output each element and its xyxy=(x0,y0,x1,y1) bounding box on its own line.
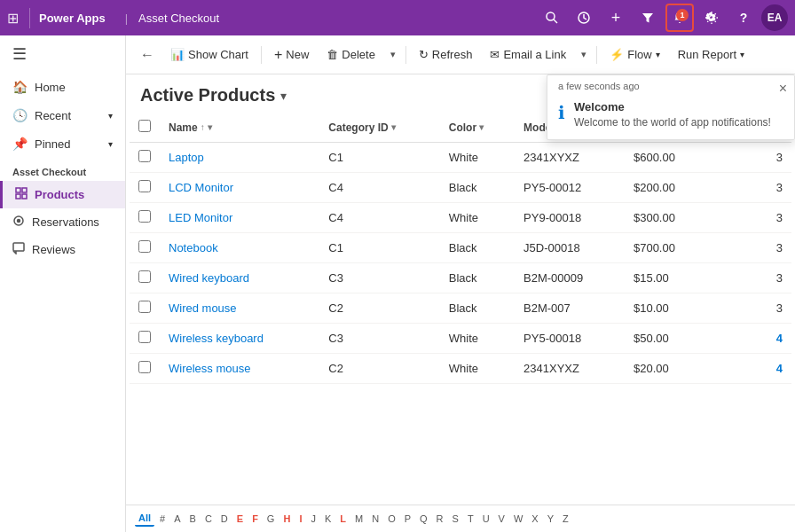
category-filter-icon[interactable]: ▾ xyxy=(391,122,396,132)
search-icon-btn[interactable] xyxy=(538,4,566,32)
product-link[interactable]: Wired mouse xyxy=(169,301,237,315)
notification-icon-btn[interactable]: 1 xyxy=(665,4,694,32)
run-report-button[interactable]: Run Report ▾ xyxy=(671,44,752,65)
color-filter-icon[interactable]: ▾ xyxy=(479,122,484,132)
alpha-btn-p[interactable]: P xyxy=(401,512,414,526)
row-checkbox[interactable] xyxy=(138,270,151,283)
new-button[interactable]: + New xyxy=(267,43,316,66)
notification-close-button[interactable]: × xyxy=(779,81,787,97)
row-checkbox[interactable] xyxy=(138,180,151,192)
sidebar-item-products[interactable]: Products xyxy=(0,181,125,208)
row-checkbox[interactable] xyxy=(138,240,151,253)
row-name-cell: LCD Monitor xyxy=(160,173,319,203)
alpha-btn-o[interactable]: O xyxy=(384,512,399,526)
alpha-btn-a[interactable]: A xyxy=(170,512,184,526)
alpha-btn-l[interactable]: L xyxy=(336,512,350,526)
alpha-btn-r[interactable]: R xyxy=(433,512,447,526)
product-link[interactable]: Wireless keyboard xyxy=(169,332,264,345)
delete-chevron-button[interactable]: ▾ xyxy=(386,45,400,64)
alpha-btn-w[interactable]: W xyxy=(510,512,526,526)
sidebar-item-recent[interactable]: 🕓 Recent ▾ xyxy=(0,101,125,129)
new-icon-btn[interactable]: + xyxy=(602,4,630,32)
view-chevron-icon[interactable]: ▾ xyxy=(280,89,287,103)
row-checkbox-cell[interactable] xyxy=(130,233,160,263)
row-rating-cell: 3 xyxy=(709,293,791,324)
svg-rect-6 xyxy=(16,194,20,199)
row-checkbox[interactable] xyxy=(138,210,151,223)
row-name-cell: Wired mouse xyxy=(160,293,319,324)
product-link[interactable]: LED Monitor xyxy=(169,211,232,224)
alpha-btn-q[interactable]: Q xyxy=(416,512,431,526)
alpha-btn-g[interactable]: G xyxy=(264,512,279,526)
alpha-btn-e[interactable]: E xyxy=(233,512,247,526)
email-chevron-button[interactable]: ▾ xyxy=(577,45,591,64)
alpha-btn-c[interactable]: C xyxy=(201,512,216,526)
recent-icon-btn[interactable] xyxy=(570,4,598,32)
alpha-btn-h[interactable]: H xyxy=(279,512,294,526)
row-checkbox[interactable] xyxy=(138,301,151,313)
help-icon-btn[interactable]: ? xyxy=(729,4,758,32)
refresh-button[interactable]: ↻ Refresh xyxy=(412,44,480,65)
select-all-header[interactable] xyxy=(130,113,160,143)
alpha-btn-all[interactable]: All xyxy=(135,511,154,527)
alpha-btn-v[interactable]: V xyxy=(495,512,508,526)
alpha-btn-z[interactable]: Z xyxy=(559,512,572,526)
filter-icon-btn[interactable] xyxy=(634,4,662,32)
alpha-btn-t[interactable]: T xyxy=(464,512,477,526)
row-category-cell: C2 xyxy=(319,293,439,324)
name-filter-icon[interactable]: ▾ xyxy=(208,122,212,132)
alpha-btn-d[interactable]: D xyxy=(217,512,232,526)
product-link[interactable]: Notebook xyxy=(169,241,218,254)
alpha-btn-s[interactable]: S xyxy=(449,512,462,526)
alpha-btn-k[interactable]: K xyxy=(321,512,335,526)
sidebar-item-reservations[interactable]: Reservations xyxy=(0,208,125,236)
name-column-header[interactable]: Name ↑ ▾ xyxy=(160,113,319,143)
row-checkbox-cell[interactable] xyxy=(130,263,160,293)
avatar[interactable]: EA xyxy=(761,4,788,31)
row-color-cell: Black xyxy=(440,263,515,293)
sidebar-hamburger[interactable]: ☰ xyxy=(0,35,125,73)
flow-button[interactable]: ⚡ Flow ▾ xyxy=(602,44,666,65)
separator-2 xyxy=(405,46,406,64)
row-checkbox-cell[interactable] xyxy=(130,293,160,324)
select-all-checkbox[interactable] xyxy=(138,120,151,132)
alpha-btn-x[interactable]: X xyxy=(528,512,541,526)
row-checkbox-cell[interactable] xyxy=(130,354,160,384)
row-category-cell: C3 xyxy=(319,324,439,354)
category-id-column-header[interactable]: Category ID ▾ xyxy=(319,113,439,143)
reviews-icon xyxy=(12,242,25,257)
email-link-button[interactable]: ✉ Email a Link xyxy=(483,44,573,65)
alpha-btn-#[interactable]: # xyxy=(156,512,169,526)
alpha-btn-u[interactable]: U xyxy=(479,512,493,526)
alpha-btn-n[interactable]: N xyxy=(368,512,382,526)
row-model-cell: J5D-00018 xyxy=(515,233,625,263)
alpha-btn-f[interactable]: F xyxy=(248,512,262,526)
row-checkbox[interactable] xyxy=(138,331,151,343)
alpha-btn-b[interactable]: B xyxy=(186,512,200,526)
settings-icon-btn[interactable] xyxy=(697,4,726,32)
grid-icon[interactable]: ⊞ xyxy=(7,10,19,27)
product-link[interactable]: LCD Monitor xyxy=(169,181,233,194)
row-checkbox-cell[interactable] xyxy=(130,143,160,173)
product-link[interactable]: Wireless mouse xyxy=(169,362,250,375)
row-checkbox-cell[interactable] xyxy=(130,324,160,354)
row-checkbox-cell[interactable] xyxy=(130,173,160,203)
sidebar-item-pinned[interactable]: 📌 Pinned ▾ xyxy=(0,129,125,158)
alpha-btn-i[interactable]: I xyxy=(295,512,305,526)
alpha-btn-m[interactable]: M xyxy=(351,512,366,526)
row-model-cell: PY5-00012 xyxy=(515,173,625,203)
delete-button[interactable]: 🗑 Delete xyxy=(319,44,382,65)
sidebar-item-home[interactable]: 🏠 Home xyxy=(0,73,125,101)
row-checkbox-cell[interactable] xyxy=(130,203,160,233)
back-button[interactable]: ← xyxy=(135,43,160,66)
row-checkbox[interactable] xyxy=(138,150,151,162)
sidebar-item-reviews[interactable]: Reviews xyxy=(0,236,125,263)
product-link[interactable]: Wired keyboard xyxy=(169,271,249,285)
alpha-btn-y[interactable]: Y xyxy=(544,512,557,526)
alpha-btn-j[interactable]: J xyxy=(307,512,319,526)
product-link[interactable]: Laptop xyxy=(169,151,204,164)
show-chart-button[interactable]: 📊 Show Chart xyxy=(163,44,256,65)
color-column-header[interactable]: Color ▾ xyxy=(440,113,515,143)
rating-value: 3 xyxy=(776,301,783,315)
row-checkbox[interactable] xyxy=(138,361,151,373)
